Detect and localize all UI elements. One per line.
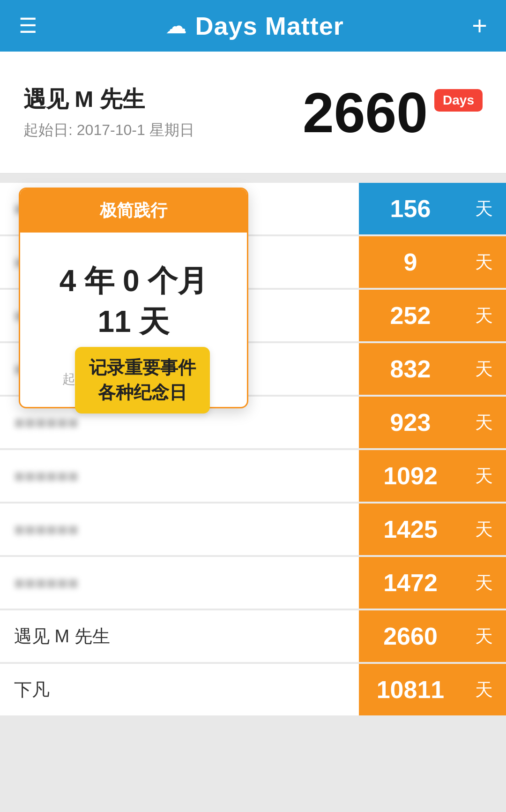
tooltip-line2: 各种纪念日 [89,380,196,405]
list-item-count: 923 [359,397,462,448]
list-item-right: 9天 [359,236,506,288]
hero-date: 起始日: 2017-10-1 星期日 [23,120,194,141]
tooltip-line1: 记录重要事件 [89,355,196,380]
list-item-name: ■■■■■■ [14,573,79,593]
list-item-right: 10811天 [359,664,506,715]
list-item-right: 1472天 [359,557,506,609]
list-item-name: ■■■■■■ [14,413,79,433]
list-item[interactable]: 遇见 M 先生2660天 [0,610,506,662]
popup-card-header: 极简践行 [20,189,247,233]
header: ☰ ☁ Days Matter + [0,0,506,52]
list-item-name: ■■■■■■ [14,466,79,486]
list-item[interactable]: ■■■■■■1092天 [0,450,506,502]
list-item-unit: 天 [462,343,506,395]
list-item-right: 1425天 [359,504,506,555]
hero-count-area: 2660 Days [303,84,483,141]
menu-icon[interactable]: ☰ [19,15,37,36]
hero-count: 2660 [303,84,428,141]
list-item[interactable]: ■■■■■■1425天 [0,504,506,555]
list-item-count: 156 [359,183,462,234]
list-item-right: 2660天 [359,610,506,662]
cloud-icon: ☁ [165,13,187,38]
list-item-left: 遇见 M 先生 [0,610,359,662]
list-item-unit: 天 [462,664,506,715]
list-item-unit: 天 [462,397,506,448]
hero-badge: Days [434,89,483,112]
list-item-unit: 天 [462,610,506,662]
app-title: Days Matter [195,11,344,40]
list-item-right: 252天 [359,290,506,341]
list-item-count: 1472 [359,557,462,609]
add-icon[interactable]: + [472,13,487,39]
list-item-unit: 天 [462,290,506,341]
list-item-left: 下凡 [0,664,359,715]
list-item-right: 1092天 [359,450,506,502]
list-item-left: ■■■■■■ [0,557,359,609]
list-item-count: 10811 [359,664,462,715]
tooltip-label: 记录重要事件 各种纪念日 [75,347,210,414]
list-item-right: 923天 [359,397,506,448]
list-item-count: 1425 [359,504,462,555]
list-item-right: 832天 [359,343,506,395]
list-item[interactable]: 下凡10811天 [0,664,506,715]
header-title-area: ☁ Days Matter [165,11,344,40]
list-item-name: ■■■■■■ [14,519,79,540]
list-item-count: 832 [359,343,462,395]
list-item[interactable]: ■■■■■■1472天 [0,557,506,609]
list-item-unit: 天 [462,504,506,555]
list-item-count: 9 [359,236,462,288]
list-item-unit: 天 [462,183,506,234]
list-item-name: 下凡 [14,678,50,702]
popup-duration: 4 年 0 个月 11 天 [39,261,228,342]
hero-card[interactable]: 遇见 M 先生 起始日: 2017-10-1 星期日 2660 Days [0,52,506,173]
list-item-left: ■■■■■■ [0,504,359,555]
hero-info: 遇见 M 先生 起始日: 2017-10-1 星期日 [23,84,194,141]
list-item-name: 遇见 M 先生 [14,624,110,648]
list-item-count: 2660 [359,610,462,662]
list-item-right: 156天 [359,183,506,234]
list-item-unit: 天 [462,450,506,502]
hero-name: 遇见 M 先生 [23,84,194,114]
list-section: 极简践行 4 年 0 个月 11 天 起始日: 2021-1-1 星期五 记录重… [0,173,506,715]
list-item-count: 252 [359,290,462,341]
list-item-left: ■■■■■■ [0,450,359,502]
list-item-unit: 天 [462,236,506,288]
list-item-unit: 天 [462,557,506,609]
list-item-count: 1092 [359,450,462,502]
